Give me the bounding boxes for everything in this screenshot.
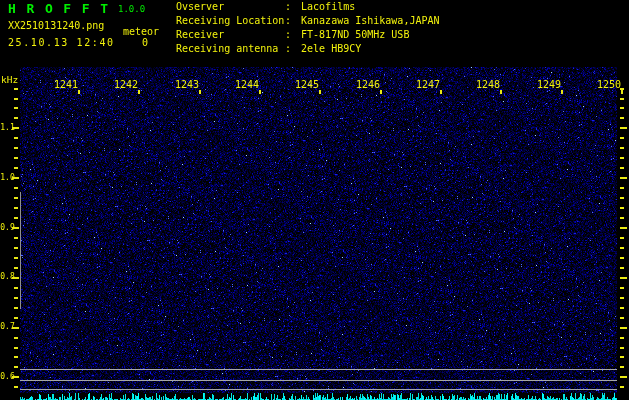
hrofft-screen: H R O F F T 1.0.0 XX2510131240.png meteo… [0,0,629,400]
y-tick-label: 1.1 [0,124,15,132]
app-version: 1.0.0 [118,5,145,14]
info-separator: : [285,43,291,54]
y-tick-label: 1.0 [0,174,15,182]
spectrogram-canvas [0,0,629,400]
x-tick-label: 1245 [295,80,319,90]
info-separator: : [285,15,291,26]
info-row-receiver: Receiver:FT-817ND 50MHz USB [176,30,409,40]
app-title: H R O F F T [8,2,110,15]
y-tick-label: 0.7 [0,323,15,331]
meteor-mode-label: meteor [123,27,159,37]
info-value: 2ele HB9CY [301,43,361,54]
info-label: Receiving Location [176,16,285,26]
y-tick-label: 0.8 [0,273,15,281]
y-tick-label: 0.9 [0,224,15,232]
x-tick-label: 1244 [235,80,259,90]
info-separator: : [285,29,291,40]
x-tick-label: 1249 [537,80,561,90]
x-tick-label: 1241 [54,80,78,90]
info-value: FT-817ND 50MHz USB [301,29,409,40]
meteor-count-value: 0 [142,38,148,48]
info-value: Kanazawa Ishikawa,JAPAN [301,15,439,26]
x-tick-label: 1243 [175,80,199,90]
info-label: Receiving antenna [176,44,285,54]
info-row-antenna: Receiving antenna:2ele HB9CY [176,44,361,54]
info-value: Lacofilms [301,1,355,12]
output-filename: XX2510131240.png [8,21,104,31]
x-tick-label: 1242 [114,80,138,90]
info-row-location: Receiving Location:Kanazawa Ishikawa,JAP… [176,16,440,26]
y-tick-label: 0.6 [0,373,15,381]
info-label: Ovserver [176,2,285,12]
x-tick-label: 1250 [597,80,621,90]
x-tick-label: 1246 [356,80,380,90]
info-row-observer: Ovserver:Lacofilms [176,2,355,12]
observation-datetime: 25.10.13 12:40 [8,38,115,48]
info-separator: : [285,1,291,12]
y-axis-unit-label: kHz [1,75,18,85]
x-tick-label: 1247 [416,80,440,90]
info-label: Receiver [176,30,285,40]
x-tick-label: 1248 [476,80,500,90]
